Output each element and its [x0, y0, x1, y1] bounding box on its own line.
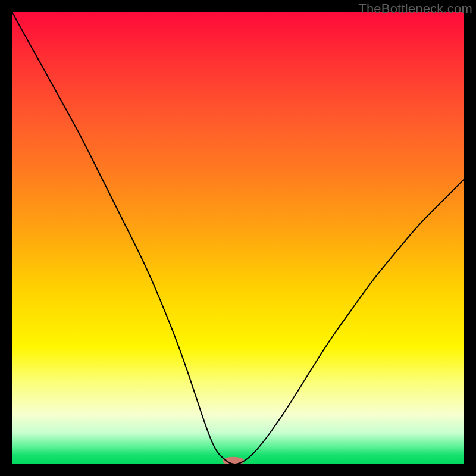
watermark-text: TheBottleneck.com: [358, 1, 472, 17]
chart-stage: TheBottleneck.com: [0, 0, 476, 476]
chart-svg: [12, 12, 464, 464]
bottleneck-curve: [12, 12, 464, 464]
